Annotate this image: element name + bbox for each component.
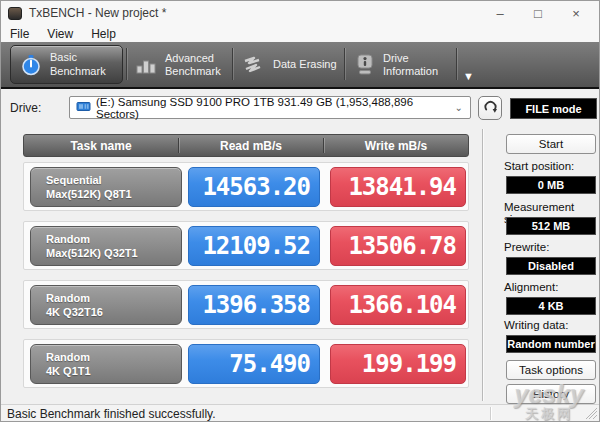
alignment-value-button[interactable]: 4 KB [506, 297, 596, 315]
start-button[interactable]: Start [506, 134, 596, 154]
chevron-down-icon: ⌄ [455, 102, 463, 113]
stopwatch-icon [20, 54, 42, 76]
tab-label-line2: Benchmark [50, 65, 106, 78]
task-button-random-4k-q32t16[interactable]: Random4K Q32T16 [30, 285, 182, 325]
tab-label-line1: Basic [50, 51, 106, 64]
menu-view[interactable]: View [38, 27, 82, 41]
writing-data-value-button[interactable]: Random number [506, 335, 596, 353]
read-value: 1396.358 [188, 285, 320, 325]
tab-separator [232, 48, 233, 80]
write-value: 13506.78 [330, 226, 466, 266]
close-button[interactable]: × [557, 1, 595, 25]
menu-bar: File View Help [1, 25, 599, 42]
status-bar: Basic Benchmark finished successfully. [1, 404, 599, 422]
write-value: 199.199 [330, 344, 466, 384]
panel-divider [482, 129, 483, 401]
drive-label: Drive: [10, 101, 41, 115]
tab-label-line2: Information [383, 65, 438, 78]
tab-label-line1: Data Erasing [273, 58, 337, 71]
start-position-value-button[interactable]: 0 MB [506, 176, 596, 194]
task-button-random-max[interactable]: RandomMax(512K) Q32T1 [30, 226, 182, 266]
writing-data-label: Writing data: [504, 319, 568, 331]
refresh-icon [483, 99, 498, 118]
table-row: RandomMax(512K) Q32T1 12109.52 13506.78 [23, 221, 469, 270]
app-window: TxBENCH - New project * – □ × File View … [0, 0, 600, 422]
header-write: Write mB/s [324, 139, 468, 153]
app-icon [8, 7, 22, 20]
task-button-random-4k-q1t1[interactable]: Random4K Q1T1 [30, 344, 182, 384]
maximize-button[interactable]: □ [519, 1, 557, 25]
drive-icon [76, 100, 91, 115]
window-title: TxBENCH - New project * [29, 6, 166, 20]
menu-help[interactable]: Help [82, 27, 125, 41]
tab-basic-benchmark[interactable]: Basic Benchmark [10, 45, 123, 84]
history-button[interactable]: History [506, 384, 596, 404]
tab-separator [126, 48, 127, 80]
status-separator [490, 407, 491, 420]
table-row: Random4K Q32T16 1396.358 1366.104 [23, 280, 469, 329]
file-mode-button[interactable]: FILE mode [510, 98, 597, 119]
drive-selected-value: (E:) Samsung SSD 9100 PRO 1TB 931.49 GB … [96, 96, 455, 120]
tab-separator [456, 48, 457, 80]
tab-drive-information[interactable]: Drive Information [355, 47, 438, 83]
prewrite-label: Prewrite: [504, 241, 549, 253]
tab-advanced-benchmark[interactable]: Advanced Benchmark [135, 47, 221, 83]
minimize-button[interactable]: – [481, 1, 519, 25]
start-position-label: Start position: [504, 160, 574, 172]
menu-file[interactable]: File [1, 27, 38, 41]
write-value: 1366.104 [330, 285, 466, 325]
drive-select[interactable]: (E:) Samsung SSD 9100 PRO 1TB 931.49 GB … [69, 96, 471, 119]
table-row: SequentialMax(512K) Q8T1 14563.20 13841.… [23, 162, 469, 211]
tab-data-erasing[interactable]: Data Erasing [243, 47, 337, 83]
header-task-name: Task name [24, 139, 178, 153]
tab-label-line1: Drive [383, 52, 438, 65]
eraser-icon [243, 55, 265, 75]
refresh-drives-button[interactable] [478, 96, 502, 120]
tab-separator [344, 48, 345, 80]
write-value: 13841.94 [330, 167, 466, 207]
title-bar: TxBENCH - New project * – □ × [1, 1, 599, 25]
tab-bar: Basic Benchmark Advanced Benchmark [1, 42, 599, 89]
alignment-label: Alignment: [504, 281, 558, 293]
tab-label-line2: Benchmark [165, 65, 221, 78]
results-table-header: Task name Read mB/s Write mB/s [23, 134, 469, 157]
prewrite-value-button[interactable]: Disabled [506, 257, 596, 275]
resize-grip[interactable] [585, 407, 597, 419]
status-message: Basic Benchmark finished successfully. [7, 407, 216, 421]
read-value: 14563.20 [188, 167, 320, 207]
tab-overflow-caret[interactable]: ▼ [463, 70, 474, 82]
header-read: Read mB/s [179, 139, 323, 153]
drive-info-icon [355, 54, 375, 76]
bar-chart-icon [135, 55, 157, 75]
read-value: 12109.52 [188, 226, 320, 266]
measurement-size-value-button[interactable]: 512 MB [506, 217, 596, 235]
task-options-button[interactable]: Task options [506, 360, 596, 380]
task-button-sequential-max[interactable]: SequentialMax(512K) Q8T1 [30, 167, 182, 207]
tab-label-line1: Advanced [165, 52, 221, 65]
read-value: 75.490 [188, 344, 320, 384]
table-row: Random4K Q1T1 75.490 199.199 [23, 339, 469, 388]
